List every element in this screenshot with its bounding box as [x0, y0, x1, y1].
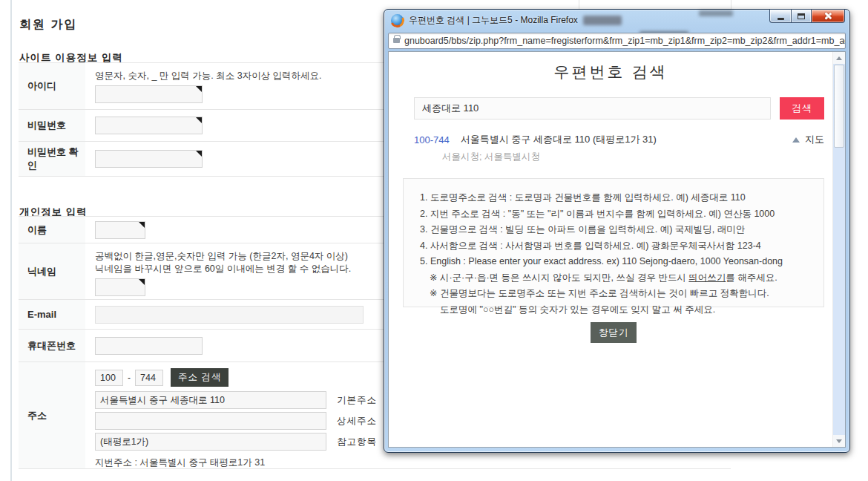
zip-dash: -	[128, 373, 131, 383]
zip-search-button[interactable]: 검색	[780, 97, 824, 120]
address-search-button[interactable]: 주소 검색	[171, 368, 228, 387]
url-input[interactable]: gnuboard5/bbs/zip.php?frm_name=fregister…	[388, 33, 846, 49]
lock-icon	[393, 38, 400, 43]
base-address-input[interactable]: 서울특별시 중구 세종대로 110	[95, 391, 326, 409]
instruction-line: 도로명에 "○○번길" 등의 숫자가 있는 경우에도 잊지 말고 써 주세요.	[420, 302, 823, 318]
nickname-label: 닉네임	[19, 243, 85, 299]
map-link[interactable]: 지도	[792, 133, 824, 146]
password-confirm-label: 비밀번호 확인	[19, 142, 85, 176]
maximize-button[interactable]	[791, 9, 812, 23]
scroll-up-button[interactable]	[833, 52, 845, 64]
extra-address-label: 참고항목	[337, 436, 377, 448]
zip1-input[interactable]: 100	[95, 370, 123, 386]
close-icon	[824, 12, 832, 20]
scroll-up-icon	[836, 56, 842, 60]
address-label: 주소	[19, 362, 85, 468]
glass-reflection	[583, 16, 622, 25]
instruction-line: 2. 지번 주소로 검색 : "동" 또는 "리" 이름과 번지수를 함께 입력…	[420, 206, 823, 223]
minimize-icon	[777, 18, 784, 20]
popup-page-title: 우편번호 검색	[389, 62, 832, 82]
zip-code-link[interactable]: 100-744	[414, 134, 450, 145]
underlined-word: 띄어쓰기	[688, 272, 726, 283]
base-address-label: 기본주소	[337, 394, 377, 407]
window-title: 우편번호 검색 | 그누보드5 - Mozilla Firefox	[409, 14, 578, 27]
nickname-input[interactable]	[95, 278, 145, 296]
email-input[interactable]	[95, 306, 364, 324]
result-address: 서울특별시 중구 세종대로 110 (태평로1가 31)	[461, 133, 657, 146]
name-input[interactable]	[95, 221, 145, 239]
result-secondary-text: 서울시청; 서울특별시청	[442, 151, 540, 163]
maximize-icon	[798, 13, 805, 19]
map-triangle-icon	[792, 137, 800, 143]
detail-address-label: 상세주소	[337, 415, 377, 428]
window-controls	[769, 9, 845, 23]
table-border-line	[731, 0, 731, 9]
glass-reflection	[699, 10, 733, 16]
password-label: 비밀번호	[19, 110, 85, 141]
vertical-scrollbar[interactable]	[832, 52, 845, 447]
jibun-address-text: 지번주소 : 서울특별시 중구 태평로1가 31	[95, 457, 731, 469]
close-window-button[interactable]	[812, 9, 845, 23]
map-link-label: 지도	[805, 133, 824, 146]
zip-search-input[interactable]: 세종대로 110	[414, 97, 771, 120]
scroll-down-button[interactable]	[833, 435, 845, 447]
instruction-line: 5. English : Please enter your exact add…	[420, 254, 823, 270]
instruction-line: ※ 건물명보다는 도로명주소 또는 지번 주소로 검색하시는 것이 빠르고 정확…	[420, 286, 823, 302]
phone-input[interactable]	[95, 337, 203, 355]
detail-address-input[interactable]	[95, 412, 326, 430]
instruction-line: 3. 건물명으로 검색 : 빌딩 또는 아파트 이름을 입력하세요. 예) 국제…	[420, 222, 823, 238]
email-label: E-mail	[19, 300, 85, 329]
instruction-line: 1. 도로명주소로 검색 : 도로명과 건물번호를 함께 입력하세요. 예) 세…	[420, 190, 823, 206]
instruction-line: 4. 사서함으로 검색 : 사서함명과 번호를 입력하세요. 예) 광화문우체국…	[420, 238, 823, 255]
close-popup-button[interactable]: 창닫기	[591, 322, 637, 343]
zip-search-page: 우편번호 검색 세종대로 110 검색 100-744 서울특별시 중구 세종대…	[389, 52, 832, 447]
page-title: 회원 가입	[19, 17, 77, 33]
table-border-line	[579, 0, 579, 9]
name-label: 이름	[19, 217, 85, 243]
page-left-border	[10, 0, 12, 481]
browser-viewport: 우편번호 검색 세종대로 110 검색 100-744 서울특별시 중구 세종대…	[388, 51, 846, 448]
user-id-label: 아이디	[19, 63, 85, 109]
phone-label: 휴대폰번호	[19, 330, 85, 361]
instructions-box: 1. 도로명주소로 검색 : 도로명과 건물번호를 함께 입력하세요. 예) 세…	[403, 178, 824, 307]
search-result-row: 100-744 서울특별시 중구 세종대로 110 (태평로1가 31) 지도	[414, 133, 824, 146]
minimize-button[interactable]	[769, 9, 791, 23]
scrollbar-thumb[interactable]	[834, 65, 844, 148]
password-confirm-input[interactable]	[95, 150, 203, 168]
extra-address-input[interactable]: (태평로1가)	[95, 433, 326, 451]
url-text: gnuboard5/bbs/zip.php?frm_name=fregister…	[404, 36, 846, 46]
instruction-line: ※ 시·군·구·읍·면 등은 쓰시지 않아도 되지만, 쓰실 경우 반드시 띄어…	[420, 270, 823, 287]
zip2-input[interactable]: 744	[135, 370, 163, 386]
url-bar-row: gnuboard5/bbs/zip.php?frm_name=fregister…	[384, 30, 849, 50]
password-input[interactable]	[95, 117, 203, 134]
scroll-down-icon	[836, 439, 842, 443]
window-titlebar[interactable]: 우편번호 검색 | 그누보드5 - Mozilla Firefox	[384, 10, 849, 30]
firefox-icon	[391, 14, 404, 27]
firefox-popup-window: 우편번호 검색 | 그누보드5 - Mozilla Firefox gnuboa…	[384, 9, 850, 453]
user-id-input[interactable]	[95, 85, 203, 103]
